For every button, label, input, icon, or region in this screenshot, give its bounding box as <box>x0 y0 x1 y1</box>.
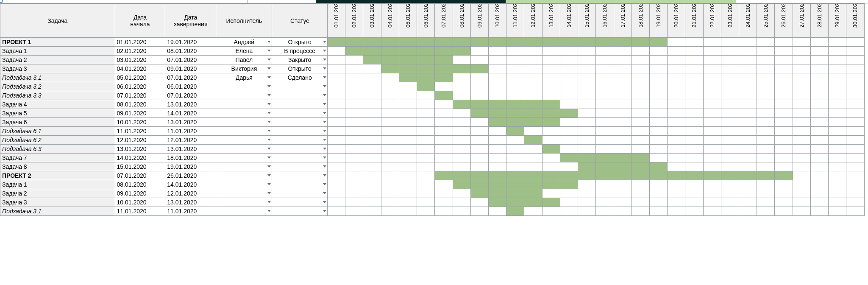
date-col-header[interactable]: 19.01.2020 <box>649 4 667 38</box>
gantt-day-cell[interactable] <box>757 38 775 47</box>
gantt-day-cell[interactable] <box>775 136 793 145</box>
date-col-header[interactable]: 14.01.2020 <box>560 4 578 38</box>
gantt-day-cell[interactable] <box>810 198 828 207</box>
start-date-cell[interactable]: 14.01.2020 <box>115 154 165 162</box>
end-date-cell[interactable]: 12.01.2020 <box>165 189 216 198</box>
gantt-day-cell[interactable] <box>345 171 363 180</box>
col-hdr-status[interactable]: Статус <box>272 4 328 38</box>
gantt-day-cell[interactable] <box>632 56 649 64</box>
gantt-day-cell[interactable] <box>453 154 470 162</box>
status-dropdown[interactable] <box>272 171 328 180</box>
start-date-cell[interactable]: 06.01.2020 <box>115 82 165 91</box>
date-col-header[interactable]: 23.01.2020 <box>721 4 739 38</box>
gantt-day-cell[interactable] <box>578 64 596 73</box>
gantt-day-cell[interactable] <box>739 189 757 198</box>
gantt-day-cell[interactable] <box>328 82 345 91</box>
status-dropdown[interactable] <box>272 136 328 145</box>
gantt-day-cell[interactable] <box>596 145 614 154</box>
gantt-day-cell[interactable] <box>739 127 757 136</box>
gantt-day-cell[interactable] <box>757 145 775 154</box>
gantt-day-cell[interactable] <box>417 127 435 136</box>
gantt-day-cell[interactable] <box>721 136 739 145</box>
gantt-day-cell[interactable] <box>399 38 417 47</box>
gantt-day-cell[interactable] <box>417 189 435 198</box>
gantt-day-cell[interactable] <box>399 109 417 118</box>
gantt-day-cell[interactable] <box>524 180 542 189</box>
gantt-day-cell[interactable] <box>614 180 632 189</box>
gantt-day-cell[interactable] <box>649 145 667 154</box>
gantt-day-cell[interactable] <box>453 180 470 189</box>
gantt-day-cell[interactable] <box>560 47 578 56</box>
date-col-header[interactable]: 15.01.2020 <box>578 4 596 38</box>
date-col-header[interactable]: 07.01.2020 <box>435 4 453 38</box>
gantt-day-cell[interactable] <box>721 198 739 207</box>
gantt-day-cell[interactable] <box>542 56 560 64</box>
gantt-day-cell[interactable] <box>685 171 703 180</box>
table-row[interactable]: Подзадача 3.105.01.202007.01.2020ДарьяСд… <box>0 73 865 82</box>
start-date-cell[interactable]: 08.01.2020 <box>115 180 165 189</box>
gantt-day-cell[interactable] <box>846 145 865 154</box>
gantt-day-cell[interactable] <box>829 91 846 100</box>
gantt-day-cell[interactable] <box>578 73 596 82</box>
chevron-down-icon[interactable] <box>267 112 271 114</box>
gantt-day-cell[interactable] <box>649 171 667 180</box>
gantt-day-cell[interactable] <box>560 198 578 207</box>
col-hdr-exec[interactable]: Исполнитель <box>216 4 272 38</box>
gantt-day-cell[interactable] <box>632 145 649 154</box>
gantt-day-cell[interactable] <box>810 127 828 136</box>
gantt-day-cell[interactable] <box>506 47 524 56</box>
gantt-day-cell[interactable] <box>506 154 524 162</box>
executor-dropdown[interactable] <box>216 100 272 109</box>
gantt-day-cell[interactable] <box>542 64 560 73</box>
chevron-down-icon[interactable] <box>267 50 271 52</box>
gantt-day-cell[interactable] <box>524 171 542 180</box>
gantt-day-cell[interactable] <box>560 82 578 91</box>
gantt-day-cell[interactable] <box>596 207 614 216</box>
gantt-day-cell[interactable] <box>399 118 417 127</box>
gantt-day-cell[interactable] <box>506 162 524 171</box>
gantt-day-cell[interactable] <box>488 64 506 73</box>
gantt-day-cell[interactable] <box>381 127 399 136</box>
gantt-day-cell[interactable] <box>810 91 828 100</box>
status-dropdown[interactable] <box>272 207 328 216</box>
gantt-day-cell[interactable] <box>560 91 578 100</box>
gantt-day-cell[interactable] <box>363 56 381 64</box>
gantt-day-cell[interactable] <box>775 91 793 100</box>
gantt-day-cell[interactable] <box>417 38 435 47</box>
gantt-day-cell[interactable] <box>453 207 470 216</box>
gantt-day-cell[interactable] <box>846 100 865 109</box>
gantt-day-cell[interactable] <box>846 207 865 216</box>
gantt-day-cell[interactable] <box>453 189 470 198</box>
gantt-day-cell[interactable] <box>793 198 810 207</box>
gantt-day-cell[interactable] <box>775 82 793 91</box>
gantt-day-cell[interactable] <box>596 198 614 207</box>
gantt-day-cell[interactable] <box>649 64 667 73</box>
gantt-day-cell[interactable] <box>757 91 775 100</box>
start-date-cell[interactable]: 12.01.2020 <box>115 136 165 145</box>
chevron-down-icon[interactable] <box>323 130 326 132</box>
gantt-day-cell[interactable] <box>614 109 632 118</box>
gantt-day-cell[interactable] <box>810 145 828 154</box>
gantt-day-cell[interactable] <box>632 136 649 145</box>
table-row[interactable]: Подзадача 3.111.01.202011.01.2020 <box>0 207 865 216</box>
gantt-day-cell[interactable] <box>721 56 739 64</box>
executor-dropdown[interactable]: Павел <box>216 56 272 64</box>
gantt-day-cell[interactable] <box>506 198 524 207</box>
gantt-day-cell[interactable] <box>506 145 524 154</box>
gantt-day-cell[interactable] <box>399 198 417 207</box>
gantt-day-cell[interactable] <box>614 118 632 127</box>
gantt-day-cell[interactable] <box>328 145 345 154</box>
gantt-day-cell[interactable] <box>614 56 632 64</box>
gantt-day-cell[interactable] <box>488 38 506 47</box>
gantt-day-cell[interactable] <box>614 207 632 216</box>
gantt-day-cell[interactable] <box>345 189 363 198</box>
gantt-day-cell[interactable] <box>542 207 560 216</box>
gantt-day-cell[interactable] <box>721 47 739 56</box>
gantt-day-cell[interactable] <box>328 73 345 82</box>
gantt-day-cell[interactable] <box>524 47 542 56</box>
gantt-day-cell[interactable] <box>524 118 542 127</box>
chevron-down-icon[interactable] <box>323 85 326 87</box>
gantt-day-cell[interactable] <box>470 189 488 198</box>
gantt-day-cell[interactable] <box>470 207 488 216</box>
gantt-day-cell[interactable] <box>775 47 793 56</box>
